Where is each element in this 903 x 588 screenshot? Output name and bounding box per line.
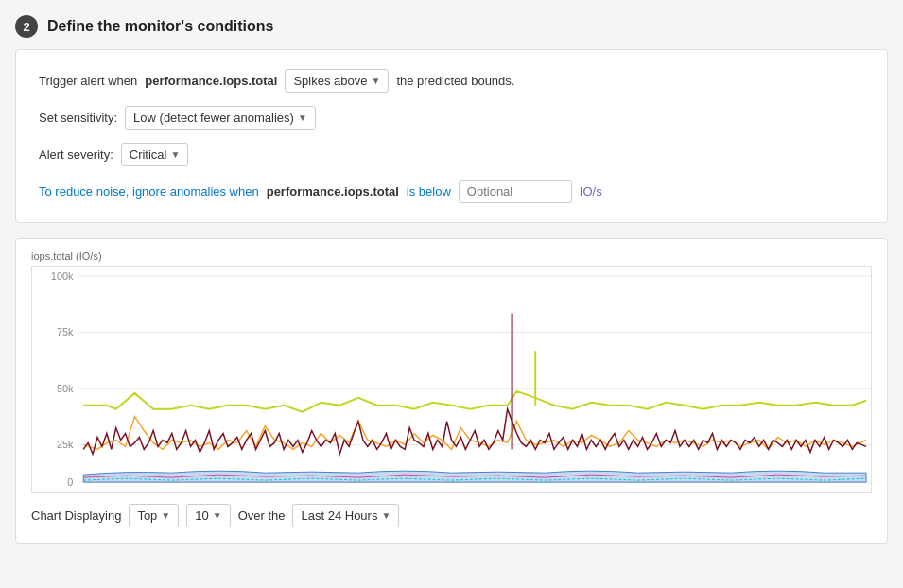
svg-text:50k: 50k	[57, 383, 74, 394]
noise-metric: performance.iops.total	[267, 184, 399, 199]
sensitivity-row: Set sensitivity: Low (detect fewer anoma…	[39, 106, 864, 130]
chart-card: iops.total (IO/s) 100k 75k 50k 25k 0 6:0…	[15, 238, 888, 544]
severity-row: Alert severity: Critical ▼	[39, 143, 864, 166]
svg-text:0: 0	[67, 476, 73, 488]
range-caret-icon: ▼	[381, 510, 391, 521]
chart-footer: Chart Displaying Top ▼ 10 ▼ Over the Las…	[31, 504, 872, 527]
chart-displaying-label: Chart Displaying	[31, 509, 121, 523]
top-caret-icon: ▼	[161, 510, 170, 521]
count-dropdown[interactable]: 10 ▼	[186, 504, 230, 527]
svg-text:9:00 AM: 9:00 AM	[588, 489, 622, 492]
svg-text:9. Aug: 9. Aug	[299, 489, 325, 492]
severity-label: Alert severity:	[39, 147, 113, 162]
svg-text:12:00 PM: 12:00 PM	[687, 489, 727, 492]
svg-text:75k: 75k	[57, 326, 74, 337]
trigger-row: Trigger alert when performance.iops.tota…	[39, 69, 864, 93]
trigger-prefix: Trigger alert when	[39, 74, 137, 88]
noise-row: To reduce noise, ignore anomalies when p…	[39, 180, 864, 203]
count-caret-icon: ▼	[213, 510, 222, 521]
chart-container: 100k 75k 50k 25k 0 6:00 PM 9:00 PM 9. Au…	[31, 266, 872, 493]
svg-text:6:00 AM: 6:00 AM	[491, 489, 525, 492]
section-header: 2 Define the monitor's conditions	[15, 15, 888, 38]
noise-unit: IO/s	[580, 184, 602, 199]
noise-threshold-input[interactable]	[459, 180, 572, 203]
range-dropdown[interactable]: Last 24 Hours ▼	[292, 504, 399, 527]
conditions-card: Trigger alert when performance.iops.tota…	[15, 49, 888, 223]
over-label: Over the	[238, 509, 286, 523]
svg-text:25k: 25k	[57, 439, 74, 450]
step-badge: 2	[15, 15, 38, 38]
chart-ylabel: iops.total (IO/s)	[31, 251, 872, 262]
section-title: Define the monitor's conditions	[47, 18, 273, 35]
severity-caret-icon: ▼	[170, 149, 180, 160]
top-dropdown[interactable]: Top ▼	[129, 504, 179, 527]
severity-dropdown[interactable]: Critical ▼	[121, 143, 189, 166]
noise-middle: is below	[407, 184, 451, 199]
chart-svg: 100k 75k 50k 25k 0 6:00 PM 9:00 PM 9. Au…	[32, 267, 871, 492]
svg-text:3:00 AM: 3:00 AM	[388, 489, 422, 492]
trigger-caret-icon: ▼	[372, 76, 381, 86]
trigger-metric: performance.iops.total	[145, 74, 277, 88]
sensitivity-label: Set sensitivity:	[39, 111, 117, 125]
sensitivity-dropdown[interactable]: Low (detect fewer anomalies) ▼	[125, 106, 316, 130]
svg-text:9:00 PM: 9:00 PM	[197, 489, 232, 492]
svg-text:3:00 PM: 3:00 PM	[798, 489, 833, 492]
trigger-suffix: the predicted bounds.	[396, 74, 514, 88]
noise-prefix: To reduce noise, ignore anomalies when	[39, 184, 259, 199]
svg-text:100k: 100k	[51, 270, 74, 282]
trigger-dropdown[interactable]: Spikes above ▼	[285, 69, 389, 93]
sensitivity-caret-icon: ▼	[298, 112, 307, 123]
svg-text:6:00 PM: 6:00 PM	[98, 489, 133, 492]
